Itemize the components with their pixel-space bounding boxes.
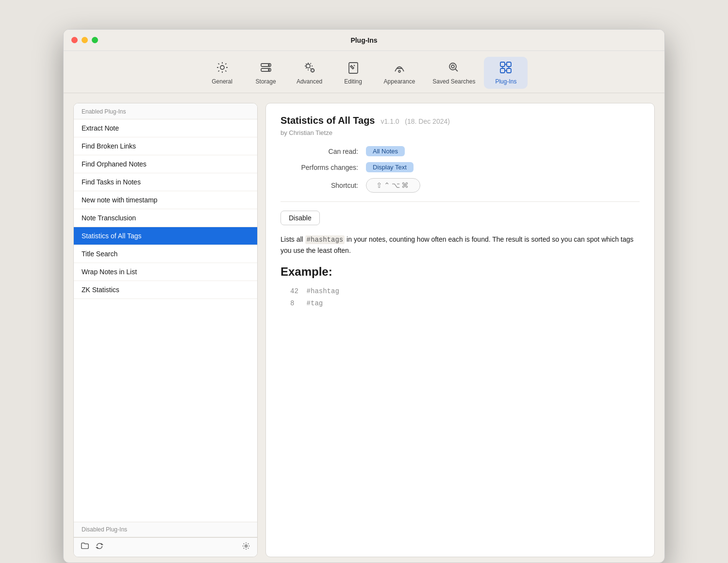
refresh-icon[interactable] xyxy=(95,542,104,553)
tab-appearance-label: Appearance xyxy=(384,78,415,85)
tab-editing[interactable]: Editing xyxy=(331,57,375,89)
plugin-name: Statistics of All Tags xyxy=(281,115,375,126)
tab-storage-label: Storage xyxy=(256,78,276,85)
editing-icon xyxy=(347,61,360,76)
list-item[interactable]: New note with timestamp xyxy=(74,191,257,209)
svg-point-19 xyxy=(245,545,248,547)
traffic-lights xyxy=(71,37,98,43)
plugin-header-row: Statistics of All Tags v1.1.0 (18. Dec 2… xyxy=(281,115,640,126)
info-grid: Can read: All Notes Performs changes: Di… xyxy=(281,146,640,193)
svg-point-10 xyxy=(451,65,454,68)
info-row-can-read: Can read: All Notes xyxy=(281,146,640,156)
tab-plug-ins-label: Plug-Ins xyxy=(495,78,516,85)
disable-button[interactable]: Disable xyxy=(281,211,320,225)
list-item[interactable]: Title Search xyxy=(74,245,257,263)
gear-icon xyxy=(215,61,229,76)
example-line-1: 42 #hashtag xyxy=(290,285,640,298)
example-heading: Example: xyxy=(281,265,640,279)
divider xyxy=(281,201,640,202)
toolbar: General Storage xyxy=(64,51,664,93)
enabled-header: Enabled Plug-Ins xyxy=(74,103,257,119)
svg-rect-13 xyxy=(500,68,505,73)
list-item[interactable]: Note Transclusion xyxy=(74,209,257,227)
list-item[interactable]: Find Broken Links xyxy=(74,137,257,155)
tab-general[interactable]: General xyxy=(200,57,244,89)
list-item[interactable]: Wrap Notes in List xyxy=(74,263,257,281)
list-item[interactable]: Extract Note xyxy=(74,119,257,137)
svg-point-3 xyxy=(268,65,269,66)
close-button[interactable] xyxy=(71,37,78,43)
shortcut-box[interactable]: ⇧⌃⌥⌘ xyxy=(366,178,420,193)
right-panel: Statistics of All Tags v1.1.0 (18. Dec 2… xyxy=(265,103,655,557)
svg-point-0 xyxy=(220,66,224,69)
folder-icon[interactable] xyxy=(81,542,89,553)
svg-rect-11 xyxy=(500,62,505,66)
appearance-icon xyxy=(393,61,406,76)
tab-saved-searches-label: Saved Searches xyxy=(432,78,475,85)
tab-storage[interactable]: Storage xyxy=(244,57,288,89)
plugin-list: Extract Note Find Broken Links Find Orph… xyxy=(74,119,257,522)
tab-saved-searches[interactable]: Saved Searches xyxy=(424,57,484,89)
svg-point-9 xyxy=(449,63,456,70)
svg-rect-12 xyxy=(507,62,511,66)
panel-footer xyxy=(74,537,257,557)
hashtag-code: #hashtags xyxy=(305,235,345,244)
titlebar: Plug-Ins xyxy=(64,30,664,51)
tab-advanced-label: Advanced xyxy=(297,78,322,85)
saved-searches-icon xyxy=(447,61,461,76)
can-read-label: Can read: xyxy=(281,148,358,155)
shortcut-label: Shortcut: xyxy=(281,182,358,189)
plugin-author: by Christian Tietze xyxy=(281,129,640,136)
left-panel: Enabled Plug-Ins Extract Note Find Broke… xyxy=(73,103,258,557)
performs-changes-badge: Display Text xyxy=(366,162,414,172)
tab-appearance[interactable]: Appearance xyxy=(375,57,424,89)
maximize-button[interactable] xyxy=(92,37,98,43)
tab-plug-ins[interactable]: Plug-Ins xyxy=(484,57,528,89)
plug-ins-icon xyxy=(499,61,513,76)
list-item[interactable]: Find Orphaned Notes xyxy=(74,155,257,173)
list-item[interactable]: Find Tasks in Notes xyxy=(74,173,257,191)
window-title: Plug-Ins xyxy=(350,36,377,44)
tab-general-label: General xyxy=(212,78,232,85)
svg-rect-14 xyxy=(507,68,511,73)
tab-advanced[interactable]: Advanced xyxy=(288,57,331,89)
storage-icon xyxy=(259,61,273,76)
advanced-gear-icon xyxy=(303,61,316,76)
svg-point-5 xyxy=(306,64,310,68)
info-row-shortcut: Shortcut: ⇧⌃⌥⌘ xyxy=(281,178,640,193)
plugin-version: v1.1.0 (18. Dec 2024) xyxy=(381,117,449,125)
description-text: Lists all #hashtags in your notes, count… xyxy=(281,234,640,256)
list-item[interactable]: ZK Statistics xyxy=(74,281,257,299)
can-read-badge: All Notes xyxy=(366,146,405,156)
footer-icons-left xyxy=(81,542,104,553)
minimize-button[interactable] xyxy=(82,37,88,43)
example-code: 42 #hashtag 8 #tag xyxy=(281,285,640,310)
svg-point-4 xyxy=(268,69,269,70)
list-item-selected[interactable]: Statistics of All Tags xyxy=(74,227,257,245)
tab-editing-label: Editing xyxy=(344,78,362,85)
info-row-performs-changes: Performs changes: Display Text xyxy=(281,162,640,172)
settings-icon[interactable] xyxy=(242,542,250,553)
disabled-header: Disabled Plug-Ins xyxy=(74,522,257,537)
main-content: Enabled Plug-Ins Extract Note Find Broke… xyxy=(64,93,664,563)
example-line-2: 8 #tag xyxy=(290,298,640,310)
svg-point-8 xyxy=(398,70,400,72)
performs-changes-label: Performs changes: xyxy=(281,164,358,171)
